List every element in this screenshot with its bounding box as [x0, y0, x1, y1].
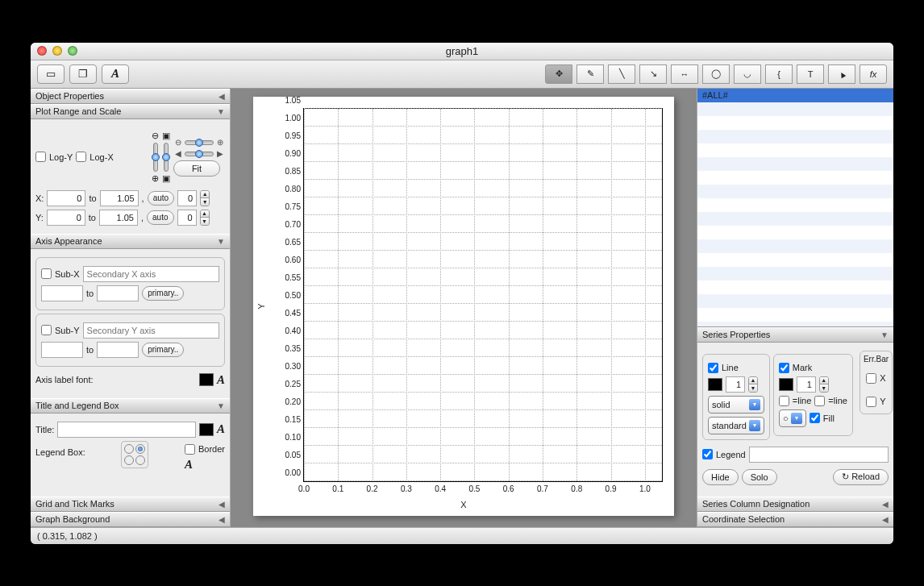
series-list[interactable]: #ALL#: [697, 89, 893, 327]
legend-checkbox[interactable]: [702, 449, 713, 459]
y-round-input[interactable]: [177, 210, 197, 226]
y-zoom-slider[interactable]: [153, 143, 158, 172]
y-from-input[interactable]: [47, 210, 85, 226]
text-tool[interactable]: T: [797, 64, 824, 84]
hide-button[interactable]: Hide: [702, 469, 739, 485]
log-x-label: Log-X: [89, 152, 113, 162]
line-tool[interactable]: ╲: [608, 64, 635, 84]
grid-ticks-header[interactable]: Grid and Tick Marks◀: [31, 497, 230, 512]
y-tick: 0.45: [285, 308, 301, 317]
reset-y-icon[interactable]: ▣: [162, 131, 170, 141]
line-checkbox[interactable]: [708, 363, 718, 373]
plot-range-header[interactable]: Plot Range and Scale▼: [31, 104, 230, 119]
pan-tool[interactable]: ✥: [545, 64, 572, 84]
mark-size-stepper[interactable]: ▲▼: [819, 376, 829, 393]
sub-x-to[interactable]: [97, 285, 139, 301]
mark-fill-checkbox[interactable]: [810, 413, 820, 423]
title-input[interactable]: [57, 422, 196, 438]
title-color[interactable]: [199, 423, 214, 436]
x-to-input[interactable]: [100, 190, 139, 206]
legend-text-input[interactable]: [749, 447, 889, 463]
plot-area[interactable]: 0.000.050.100.150.200.250.300.350.400.45…: [303, 108, 663, 482]
sub-x-input[interactable]: [83, 266, 219, 282]
page-mode-button[interactable]: ❐: [69, 64, 97, 84]
sub-y-primary-button[interactable]: primary..: [142, 343, 184, 357]
y-to-input[interactable]: [99, 210, 138, 226]
circle-tool[interactable]: ◯: [702, 64, 730, 84]
font-mode-button[interactable]: A: [102, 64, 129, 84]
double-arrow-tool[interactable]: ↔: [671, 64, 698, 84]
reset-y2-icon[interactable]: ▣: [162, 173, 170, 184]
legend-font-button[interactable]: A: [185, 458, 193, 471]
select-tool[interactable]: ▲: [828, 64, 855, 84]
title-font-button[interactable]: A: [217, 422, 225, 436]
fill-label: Fill: [823, 414, 835, 423]
log-y-checkbox[interactable]: [35, 152, 46, 162]
mark-checkbox[interactable]: [779, 363, 789, 373]
mark-color[interactable]: [779, 378, 793, 391]
solo-button[interactable]: Solo: [742, 469, 777, 485]
x-round-input[interactable]: [177, 190, 197, 206]
x-tick: 0.5: [468, 484, 480, 493]
view-mode-button[interactable]: ▭: [37, 64, 65, 84]
coord-sel-header[interactable]: Coordinate Selection◀: [697, 512, 893, 527]
arc-tool[interactable]: ◡: [734, 64, 761, 84]
y-pan-slider[interactable]: [164, 143, 169, 172]
line-pattern-combo[interactable]: standard▾: [708, 417, 764, 434]
axis-appearance-header[interactable]: Axis Appearance▼: [31, 234, 230, 249]
title-legend-header[interactable]: Title and Legend Box▼: [31, 398, 230, 414]
line-width-stepper[interactable]: ▲▼: [748, 376, 758, 393]
graph-bg-header[interactable]: Graph Background◀: [31, 512, 230, 527]
sub-x-primary-button[interactable]: primary..: [142, 286, 184, 301]
series-col-header[interactable]: Series Column Designation◀: [697, 497, 893, 512]
edit-tool[interactable]: ✎: [576, 64, 604, 84]
mark-shape-combo[interactable]: ○▾: [779, 409, 806, 427]
y-tick: 0.35: [285, 343, 301, 352]
sub-x-checkbox[interactable]: [41, 268, 52, 279]
sub-y-from[interactable]: [41, 342, 83, 358]
zoom-in-y-icon[interactable]: ⊕: [152, 173, 159, 184]
sub-y-input[interactable]: [83, 322, 219, 339]
y-axis-label: Y: [256, 303, 266, 309]
legend-border-checkbox[interactable]: [185, 444, 195, 455]
sub-x-from[interactable]: [41, 285, 83, 301]
zoom-out-y-icon[interactable]: ⊖: [152, 131, 159, 141]
collapse-icon: ◀: [882, 515, 889, 524]
axis-font-button[interactable]: A: [217, 373, 225, 387]
fx-tool[interactable]: fx: [859, 64, 887, 84]
x-pan-slider[interactable]: [185, 152, 214, 156]
arrow-tool[interactable]: ↘: [639, 64, 667, 84]
series-props-header[interactable]: Series Properties▼: [697, 327, 893, 343]
legend-pos-br[interactable]: [135, 455, 145, 465]
axis-font-color[interactable]: [199, 373, 214, 386]
pan-right-icon[interactable]: ▶: [215, 149, 225, 159]
legend-pos-tr[interactable]: [135, 444, 145, 454]
x-auto-button[interactable]: auto: [148, 191, 174, 206]
line-color[interactable]: [708, 378, 722, 391]
line-style-combo[interactable]: solid▾: [708, 396, 764, 414]
sub-y-to[interactable]: [97, 342, 139, 358]
pan-left-icon[interactable]: ◀: [173, 149, 183, 159]
legend-pos-tl[interactable]: [124, 444, 134, 454]
mark-eqline2-checkbox[interactable]: [814, 396, 825, 406]
x-from-input[interactable]: [47, 190, 85, 206]
legend-pos-bl[interactable]: [124, 455, 134, 465]
mark-size-input[interactable]: [797, 376, 816, 393]
line-width-input[interactable]: [726, 376, 745, 393]
y-auto-button[interactable]: auto: [147, 210, 173, 225]
series-item-all[interactable]: #ALL#: [697, 89, 893, 102]
zoom-out-x-icon[interactable]: ⊖: [173, 138, 183, 148]
brace-tool[interactable]: {: [765, 64, 793, 84]
x-zoom-slider[interactable]: [185, 140, 214, 145]
errbar-x-checkbox[interactable]: [866, 373, 876, 384]
x-round-stepper[interactable]: ▲▼: [200, 190, 210, 206]
zoom-in-x-icon[interactable]: ⊕: [215, 138, 225, 148]
fit-button[interactable]: Fit: [173, 160, 220, 177]
y-round-stepper[interactable]: ▲▼: [200, 210, 210, 226]
errbar-y-checkbox[interactable]: [866, 397, 876, 407]
log-x-checkbox[interactable]: [76, 152, 86, 162]
mark-eqline1-checkbox[interactable]: [779, 396, 789, 406]
reload-button[interactable]: ↻ Reload: [833, 469, 889, 485]
object-properties-header[interactable]: Object Properties◀: [31, 89, 230, 104]
sub-y-checkbox[interactable]: [41, 325, 52, 335]
